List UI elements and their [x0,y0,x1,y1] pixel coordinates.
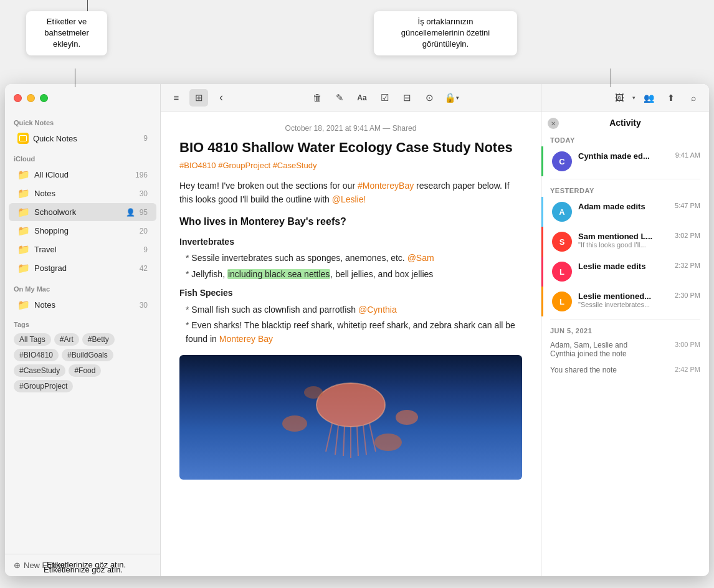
folder-label: Schoolwork [34,207,121,217]
leslie-mention[interactable]: @Leslie! [332,194,366,204]
sam-mention[interactable]: @Sam [407,253,434,263]
activity-toolbar: 🖼 ▾ 👥 ⬆ ⌕ [541,84,709,111]
note-subheading-fish: Fish Species [179,286,522,300]
tag-groupproject-inline[interactable]: #GroupProject [218,161,270,170]
list-view-button[interactable]: ≡ [167,89,186,107]
sam-desc: "If this looks good I'll... [578,241,669,249]
sidebar-item-travel[interactable]: 📁 Travel 9 [9,240,156,258]
folder-label: Travel [34,245,139,254]
leslie2-content: Leslie mentioned... "Sessile invertebrat… [578,292,669,308]
checklist-button[interactable]: ☑ [375,89,394,107]
sidebar-item-shopping[interactable]: 📁 Shopping 20 [9,222,156,240]
activity-header: ✕ Activity [541,111,709,131]
tag-bio4810[interactable]: #BIO4810 [14,349,59,361]
maximize-button[interactable] [40,94,48,102]
edit-button[interactable]: ✎ [330,89,349,107]
folder-label: Notes [34,189,135,198]
lock-icon: 🔒 [444,92,456,103]
sidebar-content: Quick Notes Quick Notes 9 iCloud 📁 All i… [5,111,160,554]
leslie2-desc: "Sessile invertebrates... [578,301,669,308]
back-button[interactable]: ‹ [212,89,231,107]
chevron-down-icon-media: ▾ [632,95,635,101]
sidebar-item-all-icloud[interactable]: 📁 All iCloud 196 [9,166,156,184]
svg-point-12 [374,434,402,451]
note-body: Hey team! I've broken out the sections f… [179,179,522,346]
avatar-sam: S [552,232,572,252]
activity-callout: İş ortaklarınızın güncellemelerinin özet… [374,11,517,55]
svg-point-10 [396,410,418,425]
avatar-leslie2: L [552,292,572,311]
share-button[interactable]: ⬆ [662,89,680,107]
svg-line-8 [369,424,376,452]
tag-betty[interactable]: #Betty [82,333,115,346]
plus-circle-icon: ⊕ [14,561,21,570]
note-subheading-invertebrates: Invertebrates [179,235,522,249]
note-editor[interactable]: October 18, 2021 at 9:41 AM — Shared BIO… [161,111,541,576]
text-format-icon: Aa [357,93,366,102]
close-button[interactable] [14,94,22,102]
jellyfish-svg [257,361,444,473]
quicknotes-icon [17,133,29,144]
sidebar-item-notes-mac[interactable]: 📁 Notes 30 [9,296,156,314]
folder-label: All iCloud [34,170,131,179]
tag-groupproject[interactable]: #GroupProject [14,380,73,392]
minimize-button[interactable] [27,94,35,102]
sidebar-item-schoolwork[interactable]: 📁 Schoolwork 👤 95 [9,203,156,221]
today-label: TODAY [541,131,709,146]
folder-count: 30 [140,301,148,310]
media-button[interactable]: 🖼 [610,89,629,107]
note-intro-text: Hey team! I've broken out the sections f… [179,179,522,207]
tag-food[interactable]: #Food [69,364,101,377]
sam-name: Sam mentioned L... [578,232,669,241]
trash-icon: 🗑 [313,92,322,103]
content-toolbar: ≡ ⊞ ‹ 🗑 ✎ Aa ☑ ⊟ [161,84,541,111]
folder-icon: 📁 [17,299,30,311]
tag-casestudy[interactable]: #CaseStudy [14,364,65,377]
tag-art[interactable]: #Art [54,333,79,346]
attachment-button[interactable]: ⊙ [420,89,439,107]
sam-time: 3:02 PM [675,232,700,239]
format-button[interactable]: Aa [353,89,371,107]
tag-casestudy-inline[interactable]: #CaseStudy [273,161,317,170]
folder-icon: 📁 [17,244,30,255]
avatar-leslie1: L [552,262,572,282]
main-window: Quick Notes Quick Notes 9 iCloud 📁 All i… [5,84,709,576]
note-title: BIO 4810 Shallow Water Ecology Case Stud… [179,139,522,157]
monterey-bay-mention-2[interactable]: Monterey Bay [219,334,273,344]
tag-bio4810-inline[interactable]: #BIO4810 [179,161,216,170]
tags-callout-line [75,69,75,87]
lock-button[interactable]: 🔒 ▾ [442,89,461,107]
collab-button[interactable]: 👥 [639,89,658,107]
folder-icon: 📁 [17,225,30,237]
sam-content: Sam mentioned L... "If this looks good I… [578,232,669,249]
avatar-cynthia: C [552,151,572,171]
monterey-bay-tag[interactable]: #MontereyBay [358,181,414,191]
activity-close-button[interactable]: ✕ [548,118,559,129]
folder-icon: 📁 [17,206,30,218]
grid-icon: ⊞ [195,92,203,103]
activity-item-cynthia[interactable]: C Cynthia made ed... 9:41 AM [541,146,709,176]
sidebar-item-postgrad[interactable]: 📁 Postgrad 42 [9,259,156,277]
joined-time: 3:00 PM [675,341,700,348]
table-button[interactable]: ⊟ [397,89,416,107]
activity-item-adam[interactable]: A Adam made edits 5:47 PM [541,197,709,227]
tag-buildgoals[interactable]: #BuildGoals [62,349,113,361]
sidebar-item-quicknotes[interactable]: Quick Notes 9 [9,130,156,147]
search-button[interactable]: ⌕ [684,89,703,107]
browse-tags-bottom-callout: Etiketlerinize göz atın. [44,565,123,574]
sidebar-item-notes-icloud[interactable]: 📁 Notes 30 [9,184,156,202]
svg-line-7 [363,425,366,455]
note-heading-1: Who lives in Monterey Bay's reefs? [179,214,522,230]
note-meta: October 18, 2021 at 9:41 AM — Shared [179,124,522,133]
bullet-invertebrates-2: Jellyfish, including black sea nettles, … [186,267,522,281]
pencil-icon: ✎ [336,92,344,103]
activity-item-leslie1[interactable]: L Leslie made edits 2:32 PM [541,257,709,287]
delete-button[interactable]: 🗑 [308,89,326,107]
cynthia-mention[interactable]: @Cynthia [358,305,397,315]
folder-count: 42 [140,264,148,273]
activity-item-leslie2[interactable]: L Leslie mentioned... "Sessile invertebr… [541,287,709,316]
folder-label: Notes [34,300,135,310]
tag-all-tags[interactable]: All Tags [14,333,51,346]
activity-item-sam[interactable]: S Sam mentioned L... "If this looks good… [541,227,709,257]
grid-view-button[interactable]: ⊞ [189,89,208,107]
